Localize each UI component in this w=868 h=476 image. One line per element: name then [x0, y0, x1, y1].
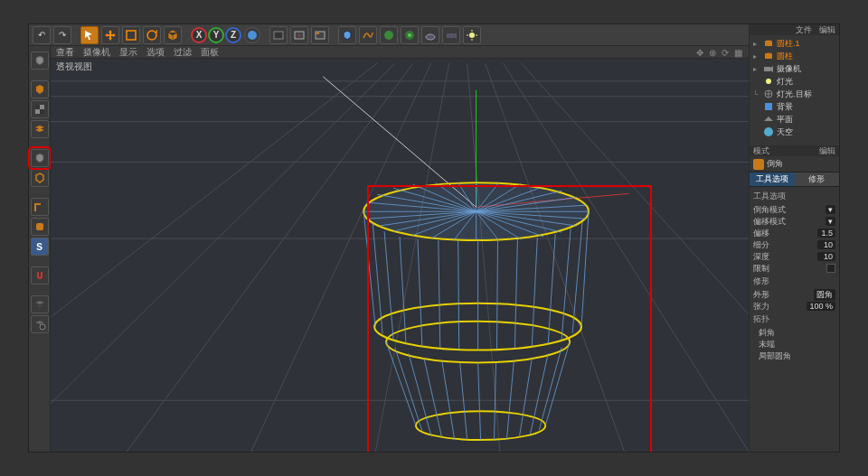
workplane-mode-button[interactable] — [31, 120, 49, 138]
snap-button[interactable]: S — [31, 238, 49, 256]
object-row[interactable]: 灯光 — [753, 75, 835, 88]
attr-checkbox[interactable] — [826, 264, 835, 273]
select-tool-button[interactable] — [80, 26, 99, 44]
bevel-icon — [753, 159, 764, 170]
attr-dropdown[interactable]: ▾ — [826, 205, 835, 214]
vp-nav-layout-icon[interactable]: ▦ — [734, 48, 743, 57]
undo-button[interactable]: ↶ — [33, 26, 51, 44]
attr-value[interactable]: 100 % — [807, 302, 835, 311]
attr-value[interactable]: 10 — [817, 252, 835, 261]
render-region-button[interactable] — [290, 26, 308, 44]
object-row[interactable]: 平面 — [753, 113, 835, 126]
viewport[interactable]: 透视视图 — [51, 59, 749, 452]
attr-value[interactable]: 1.5 — [817, 229, 835, 238]
points-icon — [33, 152, 46, 164]
nurbs-button[interactable] — [380, 26, 398, 44]
attr-subtab-options[interactable]: 工具选项 — [750, 173, 795, 186]
object-name: 圆柱 — [777, 51, 793, 62]
lock-workplane-button[interactable] — [31, 315, 49, 333]
magnet-button[interactable] — [31, 266, 49, 285]
attr-tab-edit[interactable]: 编辑 — [819, 145, 835, 157]
object-row[interactable]: 天空 — [753, 126, 835, 138]
attr-subtab-shaping[interactable]: 修形 — [795, 173, 840, 186]
axis-x-button[interactable]: X — [191, 27, 207, 43]
left-toolbar: S — [29, 46, 51, 452]
svg-rect-111 — [765, 103, 772, 110]
vp-nav-move-icon[interactable]: ✥ — [696, 48, 705, 57]
attr-row: 细分10 — [753, 239, 835, 250]
world-axis-button[interactable] — [244, 27, 260, 43]
object-row[interactable]: 背景 — [753, 100, 835, 113]
attr-label: 偏移模式 — [753, 216, 786, 228]
svg-line-98 — [519, 358, 532, 437]
app-window: ↶ ↷ X Y Z — [28, 23, 840, 453]
attr-label: 细分 — [753, 239, 769, 251]
attr-label: 末端 — [759, 339, 775, 350]
light-add-button[interactable] — [463, 26, 481, 44]
vp-nav-zoom-icon[interactable]: ⊕ — [709, 48, 718, 57]
edge-mode-button[interactable] — [31, 169, 49, 187]
attr-label: 偏移 — [753, 228, 769, 239]
model-mode-button[interactable] — [31, 80, 49, 98]
point-mode-button[interactable] — [31, 149, 49, 167]
svg-line-74 — [363, 211, 375, 326]
object-name: 背景 — [777, 101, 793, 113]
render-icon — [272, 29, 285, 42]
polygon-mode-button[interactable] — [31, 198, 49, 216]
axis-y-button[interactable]: Y — [208, 27, 224, 43]
render-button[interactable] — [269, 26, 288, 44]
svg-line-78 — [418, 239, 422, 346]
texture-mode-button[interactable] — [31, 100, 49, 118]
environment-button[interactable] — [421, 26, 439, 44]
vp-menu-display[interactable]: 显示 — [119, 46, 137, 59]
vp-menu-options[interactable]: 选项 — [146, 46, 165, 59]
vp-menu-filter[interactable]: 过滤 — [174, 46, 192, 59]
deformer-button[interactable] — [401, 26, 419, 44]
scale-tool-button[interactable] — [122, 26, 140, 44]
rotate-tool-button[interactable] — [143, 26, 161, 44]
vp-menu-view[interactable]: 查看 — [56, 46, 74, 59]
attr-row: 外形圆角 — [753, 289, 835, 300]
attr-value[interactable]: 10 — [817, 240, 835, 249]
object-row[interactable]: ▸圆柱 — [753, 50, 835, 62]
attr-title-text: 倒角 — [767, 158, 783, 170]
add-cube-button[interactable] — [338, 26, 356, 44]
svg-line-85 — [548, 234, 555, 343]
object-row[interactable]: ▸圆柱.1 — [753, 37, 835, 50]
uv-polygon-button[interactable] — [31, 218, 49, 236]
axis-z-button[interactable]: Z — [225, 27, 241, 43]
vp-menu-panel[interactable]: 面板 — [201, 46, 219, 59]
redo-button[interactable]: ↷ — [53, 26, 71, 44]
camera-add-button[interactable] — [442, 26, 460, 44]
editable-icon — [33, 54, 46, 67]
obj-tab-file[interactable]: 文件 — [796, 24, 812, 36]
obj-tab-edit[interactable]: 编辑 — [819, 24, 835, 36]
attr-group-title: 拓扑 — [753, 313, 835, 325]
attr-label: 斜角 — [759, 327, 775, 339]
spline-button[interactable] — [359, 26, 377, 44]
attr-row: 局部圆角 — [753, 350, 835, 361]
render-settings-button[interactable] — [311, 26, 329, 44]
redo-icon: ↷ — [59, 30, 66, 40]
scale-icon — [125, 29, 137, 42]
texture-icon — [33, 103, 46, 116]
vp-menu-cameras[interactable]: 摄像机 — [83, 46, 110, 59]
layers-icon — [33, 123, 46, 135]
svg-point-10 — [408, 33, 411, 37]
svg-rect-3 — [274, 32, 283, 39]
attr-dropdown[interactable]: 圆角 — [814, 289, 835, 301]
attr-tab-mode[interactable]: 模式 — [753, 145, 769, 157]
attr-dropdown[interactable]: ▾ — [826, 217, 835, 226]
vp-nav-rotate-icon[interactable]: ⟳ — [722, 48, 731, 57]
make-editable-button[interactable] — [31, 51, 49, 70]
attr-row: 深度10 — [753, 251, 835, 262]
svg-line-86 — [561, 229, 571, 339]
object-name: 灯光 — [777, 76, 793, 88]
attribute-tabs: 模式 编辑 — [750, 145, 839, 156]
object-row[interactable]: ▸摄像机 — [753, 62, 835, 75]
move-tool-button[interactable] — [101, 26, 119, 44]
workplane-button[interactable] — [31, 295, 49, 313]
object-row[interactable]: └灯光.目标 — [753, 88, 835, 100]
primitive-button[interactable] — [164, 26, 182, 44]
spline-icon — [362, 29, 374, 42]
